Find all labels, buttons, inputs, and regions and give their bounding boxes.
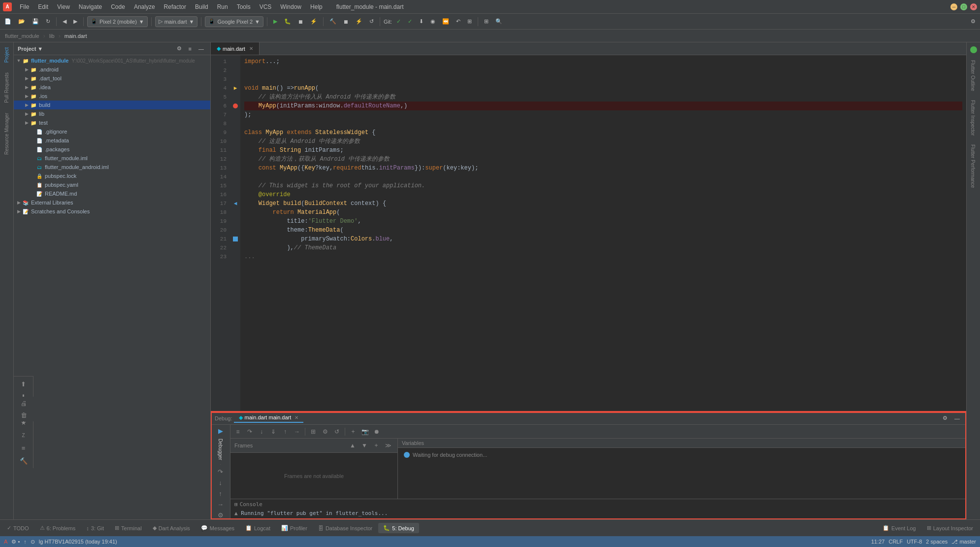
frames-add-btn[interactable]: +: [371, 440, 382, 451]
menu-window[interactable]: Window: [276, 2, 305, 11]
tree-item-gitignore[interactable]: 📄 .gitignore: [14, 127, 210, 136]
vtab-resource-manager[interactable]: Resource Manager: [0, 108, 13, 160]
tree-item-scratches[interactable]: ▶ 📝 Scratches and Consoles: [14, 207, 210, 216]
menu-edit[interactable]: Edit: [34, 2, 52, 11]
tree-item-pubspec-lock[interactable]: 🔒 pubspec.lock: [14, 171, 210, 180]
right-tab-flutter-outline[interactable]: Flutter Outline: [968, 56, 979, 95]
stop-button[interactable]: ⏹: [295, 18, 306, 26]
git-annotate[interactable]: ⏪: [440, 17, 452, 26]
toolbar-forward-btn[interactable]: ▶: [71, 17, 80, 26]
breadcrumb-lib[interactable]: lib: [45, 33, 59, 39]
vtab-pull-requests[interactable]: Pull Requests: [0, 68, 13, 108]
minimize-button[interactable]: ─: [950, 3, 957, 10]
terminal-btn[interactable]: ⊞: [482, 17, 491, 26]
status-indent[interactable]: 2 spaces: [926, 539, 947, 545]
menu-file[interactable]: File: [16, 2, 33, 11]
tree-item-android[interactable]: ▶ 📁 .android: [14, 65, 210, 74]
bottom-tab-git[interactable]: ↕ 3: Git: [81, 523, 109, 533]
menu-tools[interactable]: Tools: [233, 2, 255, 11]
dbg-settings[interactable]: ⚙: [320, 426, 330, 437]
debug-step-into[interactable]: ↓: [215, 479, 226, 487]
dbg-run-cursor[interactable]: →: [292, 426, 302, 437]
tree-item-external-libs[interactable]: ▶ 📚 External Libraries: [14, 198, 210, 207]
status-device-id[interactable]: lg HT7BV1A02915 (today 19:41): [39, 539, 117, 545]
frames-more-btn[interactable]: ≫: [383, 440, 393, 451]
dbg-reset[interactable]: ↺: [331, 426, 342, 437]
dbg-step-out[interactable]: ↑: [280, 426, 291, 437]
attach-button[interactable]: ⚡: [308, 17, 320, 26]
bottom-tab-logcat[interactable]: 📋 Logcat: [240, 523, 275, 533]
right-tab-flutter-inspector[interactable]: Flutter Inspector: [968, 96, 979, 139]
bottom-tab-terminal[interactable]: ⊞ Terminal: [110, 523, 147, 533]
maximize-button[interactable]: □: [960, 3, 967, 10]
dbg-frames-toggle[interactable]: ⊞: [308, 426, 319, 437]
search-btn[interactable]: 🔍: [493, 17, 505, 26]
tree-item-lib[interactable]: ▶ 📁 lib: [14, 109, 210, 118]
tree-item-packages[interactable]: 📄 .packages: [14, 145, 210, 154]
tree-item-ios[interactable]: ▶ 📁 .ios: [14, 92, 210, 101]
toolbar-new-btn[interactable]: 📄: [2, 17, 14, 26]
target-selector[interactable]: 📱 Google Pixel 2 ▼: [205, 16, 263, 27]
debug-eval[interactable]: ⚙: [215, 511, 226, 519]
breakpoint-line6[interactable]: [233, 103, 238, 108]
project-close-btn[interactable]: —: [196, 44, 206, 53]
debug-tab-main-dart[interactable]: ◆ main.dart main.dart ✕: [234, 413, 303, 423]
side-btn-up[interactable]: ⬆: [18, 378, 29, 389]
editor-tab-main-dart[interactable]: ◆ main.dart ✕: [211, 42, 260, 55]
debug-tab-close[interactable]: ✕: [294, 415, 298, 420]
bottom-tab-database-inspector[interactable]: 🗄 Database Inspector: [313, 523, 377, 533]
status-line-col[interactable]: 11:27: [871, 539, 885, 545]
bottom-tab-layout-inspector[interactable]: ⊞ Layout Inspector: [922, 523, 978, 533]
toolbar-open-btn[interactable]: 📂: [16, 17, 28, 26]
run-button[interactable]: ▶: [271, 17, 280, 26]
menu-run[interactable]: Run: [213, 2, 232, 11]
toolbar-refresh-btn[interactable]: ↻: [43, 17, 53, 26]
tree-item-flutter-module-iml[interactable]: 🗂 flutter_module.iml: [14, 154, 210, 163]
dbg-show-frames[interactable]: ≡: [232, 426, 243, 437]
bottom-tab-todo[interactable]: ✓ TODO: [2, 523, 34, 533]
git-stash[interactable]: ⊞: [465, 17, 474, 26]
git-commit[interactable]: ✓: [394, 17, 403, 26]
breadcrumb-flutter-module[interactable]: flutter_module: [1, 33, 43, 39]
menu-build[interactable]: Build: [191, 2, 212, 11]
project-sync-btn[interactable]: ⚙: [174, 44, 184, 53]
build-button[interactable]: 🔨: [327, 17, 339, 26]
right-tab-flutter-performance[interactable]: Flutter Performance: [968, 140, 979, 192]
tree-item-readme[interactable]: 📝 README.md: [14, 189, 210, 198]
menu-vcs[interactable]: VCS: [256, 2, 276, 11]
git-undo[interactable]: ↶: [454, 17, 463, 26]
dbg-add[interactable]: +: [348, 426, 359, 437]
tree-item-build[interactable]: ▶ 📁 build: [14, 101, 210, 109]
status-encoding-utf8[interactable]: UTF-8: [907, 539, 922, 545]
stop-build-btn[interactable]: ⏹: [341, 18, 351, 26]
bottom-tab-profiler[interactable]: 📊 Profiler: [276, 523, 312, 533]
status-line-sep[interactable]: CRLF: [888, 539, 903, 545]
status-encoding[interactable]: ⚙ •: [11, 539, 20, 545]
tree-item-dart-tool[interactable]: ▶ 📁 .dart_tool: [14, 74, 210, 83]
dbg-camera[interactable]: 📷: [359, 426, 370, 437]
config-selector[interactable]: ▷ main.dart ▼: [155, 16, 198, 27]
menu-help[interactable]: Help: [306, 2, 327, 11]
tree-item-metadata[interactable]: 📄 .metadata: [14, 136, 210, 145]
debug-step-over[interactable]: ↷: [215, 468, 226, 477]
status-android-studio-icon[interactable]: A: [4, 539, 7, 545]
git-history[interactable]: ◉: [428, 17, 438, 26]
extra-btn-print[interactable]: 🖨: [18, 398, 29, 409]
dbg-step-into[interactable]: ↓: [256, 426, 267, 437]
breadcrumb-main-dart[interactable]: main.dart: [61, 33, 91, 39]
bottom-tab-dart-analysis[interactable]: ◆ Dart Analysis: [148, 523, 195, 533]
toolbar-save-btn[interactable]: 💾: [30, 17, 41, 26]
flutter-hot-reload[interactable]: ⚡: [353, 17, 365, 26]
debugger-tab-btn[interactable]: Debugger: [215, 438, 226, 462]
tree-item-test[interactable]: ▶ 📁 test: [14, 118, 210, 127]
debug-resume-btn[interactable]: ▶: [215, 427, 226, 436]
git-update[interactable]: ⬇: [417, 17, 426, 26]
debug-step-out[interactable]: ↑: [215, 489, 226, 498]
side-btn-z-favorites[interactable]: Z: [18, 430, 29, 441]
close-button[interactable]: ✕: [970, 3, 977, 10]
menu-analyze[interactable]: Analyze: [130, 2, 159, 11]
bottom-tab-event-log[interactable]: 📋 Event Log: [878, 523, 921, 533]
flutter-hot-restart[interactable]: ↺: [367, 17, 376, 26]
bottom-tab-debug[interactable]: 🐛 5: Debug: [378, 523, 419, 533]
menu-view[interactable]: View: [53, 2, 74, 11]
